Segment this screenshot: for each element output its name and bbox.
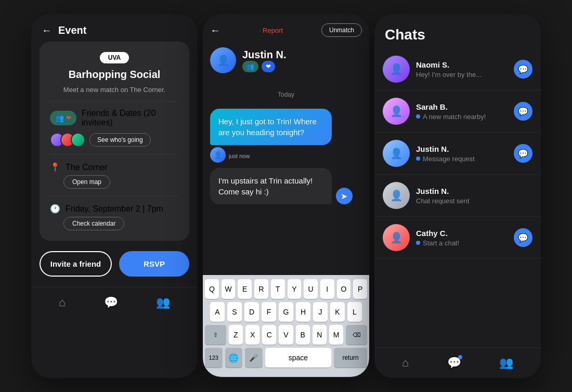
bottom-nav: ⌂ 💬 👥	[374, 347, 541, 378]
key-e[interactable]: E	[238, 279, 252, 299]
date-separator: Today	[210, 91, 362, 98]
status-dot	[416, 241, 420, 245]
chat-item-cathy[interactable]: 👤 Cathy C. Start a chat! 💬	[374, 217, 541, 259]
key-s[interactable]: S	[227, 302, 242, 322]
key-l[interactable]: L	[347, 302, 362, 322]
chat-item-naomi[interactable]: 👤 Naomi S. Hey! I'm over by the... 💬	[374, 48, 541, 90]
divider	[50, 154, 179, 155]
keyboard-row-2: A S D F G H J K L	[205, 302, 367, 322]
key-123[interactable]: 123	[205, 348, 223, 368]
report-label[interactable]: · Report	[259, 27, 283, 34]
key-f[interactable]: F	[262, 302, 276, 322]
key-p[interactable]: P	[353, 279, 367, 299]
key-w[interactable]: W	[222, 279, 236, 299]
message-icon-naomi[interactable]: 💬	[514, 60, 532, 79]
mic-key[interactable]: 🎤	[245, 348, 263, 368]
location-info: 📍 The Corner Open map	[50, 162, 179, 189]
message-time: just now	[229, 153, 250, 159]
status-dot	[416, 156, 420, 161]
key-x[interactable]: X	[245, 325, 259, 345]
chat-preview-naomi: Hey! I'm over by the...	[416, 71, 508, 79]
message-icon-sarah[interactable]: 💬	[514, 102, 532, 121]
key-m[interactable]: M	[329, 325, 343, 345]
chat-header: ← · Report Unmatch	[203, 14, 369, 42]
key-h[interactable]: H	[296, 302, 310, 322]
avatar-sarah: 👤	[383, 98, 410, 125]
key-i[interactable]: I	[320, 279, 334, 299]
key-r[interactable]: R	[254, 279, 268, 299]
message-icon-justin1[interactable]: 💬	[514, 144, 532, 163]
divider	[50, 101, 179, 101]
chat-name-naomi: Naomi S.	[416, 60, 508, 69]
invite-friend-button[interactable]: Invite a friend	[40, 251, 112, 277]
home-icon[interactable]: ⌂	[402, 356, 409, 370]
chat-preview-cathy: Start a chat!	[416, 239, 508, 247]
chat-screen: ← · Report Unmatch 👤 Justin N. 👥 ❤ Today…	[203, 14, 369, 378]
chat-preview-justin1: Message request	[416, 155, 508, 163]
check-calendar-button[interactable]: Check calendar	[63, 217, 124, 230]
clock-icon: 🕐	[50, 204, 60, 214]
key-d[interactable]: D	[244, 302, 259, 322]
chat-preview-sarah: A new match nearby!	[416, 113, 508, 121]
open-map-button[interactable]: Open map	[63, 175, 110, 189]
key-k[interactable]: K	[330, 302, 345, 322]
key-a[interactable]: A	[210, 302, 225, 322]
event-card: UVA Barhopping Social Meet a new match o…	[40, 42, 189, 241]
key-t[interactable]: T	[271, 279, 285, 299]
delete-key[interactable]: ⌫	[346, 325, 367, 345]
key-y[interactable]: Y	[288, 279, 302, 299]
status-dot	[416, 114, 420, 119]
key-j[interactable]: J	[313, 302, 328, 322]
send-button[interactable]: ➤	[336, 188, 353, 204]
chat-item-justin1[interactable]: 👤 Justin N. Message request 💬	[374, 133, 541, 175]
return-key[interactable]: return	[334, 348, 367, 368]
key-c[interactable]: C	[262, 325, 276, 345]
bottom-nav: ⌂ 💬 👥	[31, 287, 198, 318]
people-icon[interactable]: 👥	[156, 296, 170, 309]
location-label: The Corner	[66, 163, 108, 172]
key-shift[interactable]: ⇧	[205, 325, 226, 345]
keyboard-row-3: ⇧ Z X C V B N M ⌫	[205, 325, 367, 345]
key-q[interactable]: Q	[205, 279, 219, 299]
key-n[interactable]: N	[313, 325, 327, 345]
divider	[50, 196, 179, 197]
back-button[interactable]: ←	[42, 24, 52, 36]
chat-item-justin2[interactable]: 👤 Justin N. Chat request sent	[374, 175, 541, 217]
invitees-label: Friends & Dates (20 invitees)	[82, 109, 179, 127]
message-me: I'm upstairs at Trin actually! Come say …	[210, 168, 362, 204]
avatar-stack	[50, 133, 85, 147]
chat-nav-container: 💬	[447, 356, 461, 370]
space-key[interactable]: space	[265, 348, 332, 368]
chat-list: 👤 Naomi S. Hey! I'm over by the... 💬 👤 S…	[374, 48, 541, 259]
event-screen: ← Event UVA Barhopping Social Meet a new…	[31, 14, 198, 378]
people-icon: 👥	[55, 114, 64, 122]
heart-badge: ❤	[262, 61, 275, 72]
see-whos-going-button[interactable]: See who's going	[89, 133, 151, 147]
key-o[interactable]: O	[337, 279, 351, 299]
datetime-label: Friday, September 2 | 7pm	[66, 204, 163, 214]
message-them: Hey, I just got to Trin! Where are you h…	[210, 109, 362, 163]
people-icon[interactable]: 👥	[499, 356, 513, 370]
chat-icon[interactable]: 💬	[104, 296, 118, 309]
key-g[interactable]: G	[279, 302, 293, 322]
page-title: Event	[58, 24, 86, 36]
back-button[interactable]: ←	[210, 24, 220, 36]
chat-content: Today Hey, I just got to Trin! Where are…	[203, 81, 369, 377]
unmatch-button[interactable]: Unmatch	[321, 23, 362, 37]
avatars-row: See who's going	[50, 133, 179, 147]
action-buttons: Invite a friend RSVP	[31, 241, 198, 287]
chat-info-justin1: Justin N. Message request	[416, 145, 508, 163]
heart-icon: ❤	[66, 114, 71, 122]
globe-key[interactable]: 🌐	[225, 348, 243, 368]
home-icon[interactable]: ⌂	[59, 296, 66, 309]
message-icon-cathy[interactable]: 💬	[514, 228, 532, 247]
key-z[interactable]: Z	[229, 325, 243, 345]
key-v[interactable]: V	[279, 325, 293, 345]
key-u[interactable]: U	[304, 279, 318, 299]
key-b[interactable]: B	[296, 325, 310, 345]
chat-info-sarah: Sarah B. A new match nearby!	[416, 102, 508, 121]
user-bar: 👤 Justin N. 👥 ❤	[203, 42, 369, 81]
pin-icon: 📍	[50, 162, 60, 172]
rsvp-button[interactable]: RSVP	[119, 251, 189, 277]
chat-item-sarah[interactable]: 👤 Sarah B. A new match nearby! 💬	[374, 90, 541, 133]
